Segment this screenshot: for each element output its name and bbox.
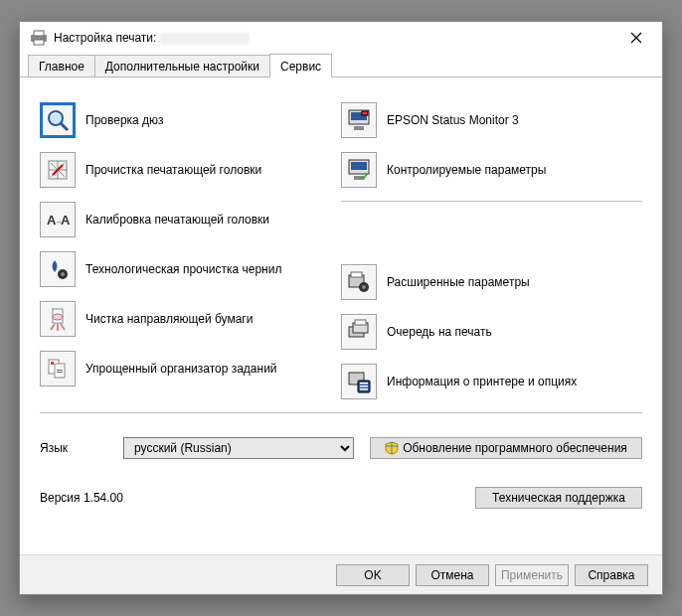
tab-content: Проверка дюз Прочистка печатающей головк… bbox=[20, 77, 662, 554]
svg-rect-20 bbox=[354, 126, 364, 130]
tool-print-queue: Очередь на печать bbox=[341, 307, 642, 357]
tool-paper-guide-clean: Чистка направляющей бумаги bbox=[40, 294, 341, 344]
paper-guide-icon bbox=[45, 306, 71, 332]
tool-head-cleaning: Прочистка печатающей головки bbox=[40, 145, 341, 195]
head-alignment-button[interactable]: A↔A bbox=[40, 202, 76, 237]
monitor-icon bbox=[346, 107, 372, 133]
tool-job-arranger: Упрощенный организатор заданий bbox=[40, 344, 341, 393]
extended-icon bbox=[346, 269, 372, 295]
tool-extended-settings: Расширенные параметры bbox=[341, 257, 642, 307]
divider bbox=[341, 201, 642, 202]
svg-point-10 bbox=[61, 272, 65, 276]
spacer bbox=[341, 208, 642, 257]
help-button[interactable]: Справка bbox=[575, 564, 648, 586]
tools-grid: Проверка дюз Прочистка печатающей головк… bbox=[40, 95, 642, 406]
ink-flush-icon bbox=[45, 256, 71, 282]
col-right: EPSON Status Monitor 3 ✔ Контролируемые … bbox=[341, 95, 642, 406]
svg-rect-1 bbox=[34, 31, 44, 36]
software-update-button[interactable]: Обновление программного обеспечения bbox=[370, 437, 642, 459]
version-row: Версия 1.54.00 Техническая поддержка bbox=[40, 487, 642, 509]
title-blur bbox=[160, 33, 250, 45]
status-monitor-button[interactable] bbox=[341, 102, 377, 138]
tool-head-alignment: A↔A Калибровка печатающей головки bbox=[40, 195, 341, 244]
svg-point-29 bbox=[362, 285, 366, 289]
tab-advanced[interactable]: Дополнительные настройки bbox=[94, 55, 270, 77]
svg-point-3 bbox=[43, 37, 45, 39]
ok-button[interactable]: OK bbox=[336, 564, 410, 586]
tab-main[interactable]: Главное bbox=[28, 55, 95, 77]
svg-rect-16 bbox=[57, 370, 63, 371]
language-select[interactable]: русский (Russian) bbox=[123, 437, 354, 459]
monitored-params-button[interactable]: ✔ bbox=[341, 152, 377, 188]
svg-rect-36 bbox=[360, 385, 368, 387]
svg-rect-15 bbox=[51, 362, 54, 365]
queue-icon bbox=[346, 319, 372, 345]
extended-settings-button[interactable] bbox=[341, 264, 377, 300]
svg-rect-17 bbox=[57, 372, 63, 373]
head-cleaning-button[interactable] bbox=[40, 152, 76, 188]
printer-icon bbox=[30, 30, 48, 46]
tech-support-button[interactable]: Техническая поддержка bbox=[475, 487, 642, 509]
job-arranger-label: Упрощенный организатор заданий bbox=[85, 362, 277, 376]
divider-bottom bbox=[40, 412, 642, 413]
job-arranger-button[interactable] bbox=[40, 351, 76, 386]
svg-text:✔: ✔ bbox=[360, 170, 370, 183]
params-icon: ✔ bbox=[346, 157, 372, 183]
tool-monitored-params: ✔ Контролируемые параметры bbox=[341, 145, 642, 195]
status-monitor-label: EPSON Status Monitor 3 bbox=[387, 113, 519, 127]
monitored-params-label: Контролируемые параметры bbox=[387, 163, 546, 177]
tool-status-monitor: EPSON Status Monitor 3 bbox=[341, 95, 642, 145]
titlebar: Настройка печати: bbox=[20, 22, 662, 54]
window-title: Настройка печати: bbox=[54, 31, 250, 45]
shield-icon bbox=[385, 441, 399, 455]
svg-rect-27 bbox=[351, 272, 362, 277]
extended-settings-label: Расширенные параметры bbox=[387, 275, 530, 289]
magnifier-icon bbox=[45, 107, 71, 133]
printer-info-label: Информация о принтере и опциях bbox=[387, 375, 577, 388]
printer-info-button[interactable] bbox=[341, 364, 377, 399]
tool-printer-info: Информация о принтере и опциях bbox=[341, 357, 642, 406]
dialog-footer: OK Отмена Применить Справка bbox=[20, 554, 662, 594]
svg-rect-2 bbox=[34, 40, 44, 45]
nozzle-check-button[interactable] bbox=[40, 102, 76, 138]
arranger-icon bbox=[45, 356, 71, 382]
power-ink-flush-label: Технологическая прочистка чернил bbox=[85, 262, 281, 276]
tool-nozzle-check: Проверка дюз bbox=[40, 95, 341, 145]
nozzle-check-label: Проверка дюз bbox=[85, 113, 164, 127]
svg-rect-32 bbox=[355, 320, 366, 325]
col-left: Проверка дюз Прочистка печатающей головк… bbox=[40, 95, 341, 406]
info-icon bbox=[346, 369, 372, 394]
cancel-button[interactable]: Отмена bbox=[416, 564, 489, 586]
software-update-label: Обновление программного обеспечения bbox=[403, 441, 627, 455]
print-settings-window: Настройка печати: Главное Дополнительные… bbox=[19, 21, 663, 595]
alignment-icon: A↔A bbox=[45, 207, 71, 232]
svg-rect-23 bbox=[351, 162, 367, 170]
power-ink-flush-button[interactable] bbox=[40, 251, 76, 287]
version-text: Версия 1.54.00 bbox=[40, 491, 123, 505]
print-queue-button[interactable] bbox=[341, 314, 377, 350]
head-alignment-label: Калибровка печатающей головки bbox=[85, 213, 269, 227]
tab-strip: Главное Дополнительные настройки Сервис bbox=[20, 54, 662, 77]
tab-service[interactable]: Сервис bbox=[269, 54, 332, 77]
close-button[interactable] bbox=[614, 23, 658, 53]
svg-point-12 bbox=[53, 314, 63, 320]
svg-rect-37 bbox=[360, 388, 368, 390]
head-cleaning-label: Прочистка печатающей головки bbox=[85, 163, 261, 177]
paper-guide-clean-label: Чистка направляющей бумаги bbox=[85, 312, 253, 326]
language-row: Язык русский (Russian) Обновление програ… bbox=[40, 437, 642, 459]
svg-rect-21 bbox=[362, 111, 368, 115]
cleaning-icon bbox=[45, 157, 71, 183]
svg-rect-35 bbox=[360, 383, 368, 385]
print-queue-label: Очередь на печать bbox=[387, 325, 492, 339]
svg-text:A: A bbox=[61, 213, 71, 228]
language-label: Язык bbox=[40, 441, 123, 455]
tool-power-ink-flush: Технологическая прочистка чернил bbox=[40, 244, 341, 294]
paper-guide-clean-button[interactable] bbox=[40, 301, 76, 337]
apply-button[interactable]: Применить bbox=[495, 564, 569, 586]
close-icon bbox=[630, 32, 642, 44]
